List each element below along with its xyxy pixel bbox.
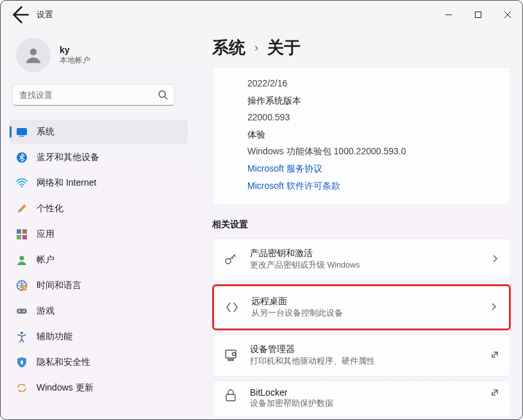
breadcrumb: 系统 › 关于 (212, 36, 511, 59)
svg-point-24 (226, 259, 231, 264)
bluetooth-icon (16, 152, 28, 163)
wifi-icon (16, 177, 28, 189)
shield-icon (16, 357, 28, 368)
brush-icon (16, 203, 28, 214)
card-sub: 从另一台设备控制此设备 (251, 308, 478, 319)
link-license-terms[interactable]: Microsoft 软件许可条款 (247, 177, 496, 195)
nav-label: Windows 更新 (37, 382, 94, 394)
lock-icon (223, 387, 238, 403)
card-product-key[interactable]: 产品密钥和激活 更改产品密钥或升级 Windows (212, 238, 511, 280)
card-bitlocker[interactable]: BitLocker 设备加密帮助保护数据 (212, 380, 511, 417)
card-sub: 设备加密帮助保护数据 (250, 398, 479, 409)
related-settings-heading: 相关设置 (212, 219, 511, 230)
card-sub: 打印机和其他驱动程序、硬件属性 (250, 356, 479, 367)
nav-list: 系统 蓝牙和其他设备 网络和 Internet 个性化 应用 帐户 (1, 120, 193, 400)
system-icon (16, 126, 28, 138)
chevron-right-icon (490, 302, 497, 313)
update-icon (16, 382, 28, 394)
nav-item-time-language[interactable]: 时间和语言 (10, 273, 188, 298)
card-device-manager[interactable]: 设备管理器 打印机和其他驱动程序、硬件属性 (212, 334, 511, 376)
nav-label: 时间和语言 (37, 280, 81, 291)
apps-icon (16, 229, 28, 240)
nav-item-apps[interactable]: 应用 (10, 222, 188, 246)
svg-rect-26 (228, 359, 233, 360)
nav-item-windows-update[interactable]: Windows 更新 (10, 376, 188, 400)
svg-point-4 (30, 49, 37, 56)
system-info-card: 2022/2/16 操作系统版本 22000.593 体验 Windows 功能… (212, 67, 511, 205)
chevron-right-icon: › (254, 41, 258, 54)
svg-rect-23 (21, 362, 23, 364)
os-version-label: 操作系统版本 (247, 92, 496, 109)
nav-label: 应用 (37, 229, 54, 240)
back-button[interactable] (8, 4, 30, 26)
gamepad-icon (16, 305, 28, 317)
breadcrumb-root[interactable]: 系统 (212, 36, 245, 59)
svg-rect-14 (22, 235, 27, 239)
user-icon (16, 254, 28, 266)
maximize-button[interactable] (463, 4, 493, 25)
accessibility-icon (16, 331, 28, 343)
minimize-button[interactable] (434, 4, 463, 25)
profile-block[interactable]: ky 本地帐户 (1, 34, 193, 84)
svg-point-27 (233, 353, 236, 356)
title-bar: 设置 (1, 1, 522, 29)
nav-item-personalization[interactable]: 个性化 (10, 197, 188, 221)
sidebar: ky 本地帐户 系统 蓝牙和其他设备 网络和 In (1, 29, 193, 420)
globe-clock-icon (16, 280, 28, 291)
svg-point-5 (159, 91, 165, 97)
nav-item-accounts[interactable]: 帐户 (10, 248, 188, 272)
nav-item-gaming[interactable]: 游戏 (10, 299, 188, 323)
svg-rect-13 (17, 235, 21, 239)
card-title: 设备管理器 (250, 344, 479, 355)
card-remote-desktop[interactable]: 远程桌面 从另一台设备控制此设备 (212, 284, 511, 330)
app-title: 设置 (37, 9, 53, 20)
nav-item-accessibility[interactable]: 辅助功能 (10, 325, 188, 349)
os-version-value: 22000.593 (247, 109, 496, 126)
nav-label: 网络和 Internet (37, 177, 96, 189)
svg-point-10 (21, 186, 23, 188)
nav-item-network[interactable]: 网络和 Internet (10, 171, 188, 195)
install-date: 2022/2/16 (247, 75, 496, 92)
nav-item-privacy[interactable]: 隐私和安全性 (10, 350, 188, 375)
card-title: 产品密钥和激活 (250, 248, 479, 259)
svg-rect-12 (22, 229, 27, 234)
svg-point-20 (23, 311, 24, 312)
external-link-icon (491, 350, 499, 361)
experience-label: 体验 (247, 126, 496, 143)
key-icon (223, 252, 238, 267)
nav-label: 隐私和安全性 (37, 357, 90, 368)
search-icon (158, 90, 168, 100)
svg-point-15 (20, 256, 24, 261)
svg-rect-8 (19, 136, 24, 136)
svg-rect-18 (17, 309, 27, 314)
external-link-icon (491, 387, 499, 399)
main-content: 系统 › 关于 2022/2/16 操作系统版本 22000.593 体验 Wi… (193, 29, 522, 420)
card-sub: 更改产品密钥或升级 Windows (250, 260, 479, 271)
svg-rect-1 (476, 12, 481, 18)
nav-label: 蓝牙和其他设备 (37, 152, 99, 163)
svg-line-6 (165, 97, 167, 99)
nav-item-system[interactable]: 系统 (10, 120, 188, 144)
svg-rect-28 (226, 394, 235, 401)
breadcrumb-current: 关于 (267, 36, 301, 59)
card-title: BitLocker (250, 387, 479, 398)
nav-label: 辅助功能 (37, 331, 72, 343)
card-title: 远程桌面 (251, 296, 478, 307)
nav-item-bluetooth[interactable]: 蓝牙和其他设备 (10, 145, 188, 170)
svg-rect-7 (17, 128, 27, 135)
close-button[interactable] (493, 4, 522, 25)
search-box[interactable] (12, 84, 175, 106)
window-controls (434, 4, 522, 25)
profile-name: ky (60, 45, 90, 55)
avatar (16, 38, 51, 72)
nav-label: 系统 (37, 126, 54, 138)
link-service-agreement[interactable]: Microsoft 服务协议 (247, 160, 496, 177)
svg-rect-11 (17, 229, 21, 234)
svg-point-19 (19, 311, 20, 312)
remote-desktop-icon (224, 300, 240, 315)
experience-value: Windows 功能体验包 1000.22000.593.0 (247, 143, 496, 160)
device-manager-icon (223, 348, 238, 363)
nav-label: 游戏 (37, 305, 54, 317)
nav-label: 帐户 (37, 254, 54, 266)
search-input[interactable] (19, 90, 153, 100)
